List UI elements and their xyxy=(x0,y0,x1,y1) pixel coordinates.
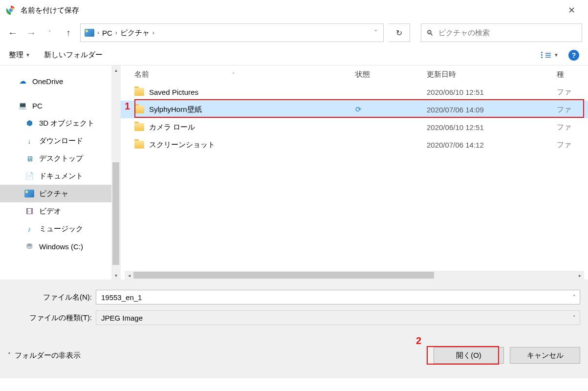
file-row-selected[interactable]: SylphyHorn壁紙 ⟳ 2020/07/06 14:09 ファ xyxy=(121,101,588,118)
desktop-icon: 🖥 xyxy=(24,154,34,163)
file-type: ファ xyxy=(557,87,588,97)
window-title: 名前を付けて保存 xyxy=(21,6,561,15)
filename-label: ファイル名(N): xyxy=(0,293,96,302)
chevron-up-icon: ˄ xyxy=(8,352,11,359)
cancel-button[interactable]: キャンセル xyxy=(510,347,580,364)
bottom-panel: ファイル名(N): 19553_en_1 ˅ ファイルの種類(T): JPEG … xyxy=(0,280,588,378)
new-folder-button[interactable]: 新しいフォルダー xyxy=(44,50,103,60)
sidebar-label: ダウンロード xyxy=(39,136,83,146)
filetype-label: ファイルの種類(T): xyxy=(0,313,96,323)
sidebar-item-music[interactable]: ♪ ミュージック xyxy=(0,220,120,238)
file-name: カメラ ロール xyxy=(149,123,195,132)
chevron-down-icon[interactable]: ˅ xyxy=(573,294,576,301)
col-name-label[interactable]: 名前 xyxy=(134,70,149,79)
sidebar-label: デスクトップ xyxy=(39,154,83,163)
file-row[interactable]: スクリーンショット 2020/07/06 14:12 ファ xyxy=(121,136,588,153)
pc-icon: 💻 xyxy=(18,101,27,110)
main-area: ▴ ☁ OneDrive 💻 PC ⬢ 3D オブジェクト ↓ ダウンロード 🖥… xyxy=(0,65,588,280)
scroll-down-button[interactable]: ▾ xyxy=(111,271,120,280)
col-type-label[interactable]: 種 xyxy=(557,70,564,78)
sidebar-item-downloads[interactable]: ↓ ダウンロード xyxy=(0,132,120,150)
hide-folders-label: フォルダーの非表示 xyxy=(15,351,81,360)
open-button[interactable]: 開く(O) xyxy=(434,347,504,364)
sidebar-item-videos[interactable]: 🎞 ビデオ xyxy=(0,202,120,220)
refresh-button[interactable]: ↻ xyxy=(389,23,410,42)
folder-icon xyxy=(134,88,144,96)
sidebar-label: ドキュメント xyxy=(39,172,83,181)
col-date-label[interactable]: 更新日時 xyxy=(427,70,456,78)
sidebar-scrollbar[interactable] xyxy=(111,74,120,271)
column-headers[interactable]: 名前˄ 状態 更新日時 種 xyxy=(121,65,588,83)
sidebar-label: PC xyxy=(32,102,43,110)
up-button[interactable]: ↑ xyxy=(62,28,75,38)
filetype-value: JPEG Image xyxy=(101,314,143,322)
sync-icon: ⟳ xyxy=(355,105,362,114)
breadcrumb-pc[interactable]: PC xyxy=(102,29,112,37)
scroll-left-icon[interactable]: ◂ xyxy=(125,273,133,278)
scroll-up-button[interactable]: ▴ xyxy=(111,65,120,74)
organize-label: 整理 xyxy=(9,50,23,60)
address-dropdown-icon[interactable]: ˅ xyxy=(372,29,379,36)
scroll-right-icon[interactable]: ▸ xyxy=(575,273,584,278)
cancel-label: キャンセル xyxy=(527,351,564,360)
file-type: ファ xyxy=(557,123,588,132)
filename-value: 19553_en_1 xyxy=(101,293,142,302)
svg-point-4 xyxy=(10,9,12,12)
chevron-right-icon[interactable]: › xyxy=(152,29,154,36)
view-options-button[interactable]: ▼ xyxy=(541,52,559,58)
pictures-icon xyxy=(85,29,94,37)
chevron-down-icon[interactable]: ˅ xyxy=(573,315,576,321)
search-placeholder: ピクチャの検索 xyxy=(438,28,490,38)
breadcrumb-pictures[interactable]: ピクチャ xyxy=(120,28,150,38)
sidebar-label: 3D オブジェクト xyxy=(39,119,94,128)
annotation-number-2: 2 xyxy=(416,335,421,347)
sidebar-label: OneDrive xyxy=(32,77,63,86)
pictures-icon xyxy=(24,190,34,197)
filetype-select[interactable]: JPEG Image ˅ xyxy=(96,310,580,325)
back-button[interactable]: ← xyxy=(6,27,20,39)
recent-dropdown-icon[interactable]: ˅ xyxy=(43,30,57,36)
onedrive-icon: ☁ xyxy=(18,77,27,86)
horizontal-scrollbar[interactable]: ◂ ▸ xyxy=(125,271,584,280)
sidebar-label: ピクチャ xyxy=(39,189,68,198)
filename-input[interactable]: 19553_en_1 ˅ xyxy=(96,290,580,304)
chevron-right-icon[interactable]: › xyxy=(97,29,99,36)
sidebar-item-3d-objects[interactable]: ⬢ 3D オブジェクト xyxy=(0,114,120,132)
address-bar[interactable]: › PC › ピクチャ › ˅ xyxy=(80,23,384,42)
sidebar-item-drive-c[interactable]: ⛃ Windows (C:) xyxy=(0,238,120,255)
chevron-down-icon: ▼ xyxy=(25,52,30,58)
file-row[interactable]: カメラ ロール 2020/06/10 12:51 ファ xyxy=(121,118,588,136)
folder-icon xyxy=(134,123,144,131)
sidebar-item-documents[interactable]: 📄 ドキュメント xyxy=(0,167,120,185)
close-icon[interactable]: ✕ xyxy=(561,2,582,19)
search-icon: 🔍︎ xyxy=(426,29,434,37)
organize-menu[interactable]: 整理 ▼ xyxy=(9,50,30,60)
col-status-label[interactable]: 状態 xyxy=(355,70,370,78)
folder-icon xyxy=(134,141,144,149)
file-status: ⟳ xyxy=(355,105,427,114)
sidebar-label: ビデオ xyxy=(39,207,61,216)
nav-bar: ← → ˅ ↑ › PC › ピクチャ › ˅ ↻ 🔍︎ ピクチャの検索 xyxy=(0,21,588,45)
video-icon: 🎞 xyxy=(24,207,34,216)
music-icon: ♪ xyxy=(24,224,34,233)
chevron-right-icon[interactable]: › xyxy=(115,29,117,36)
hide-folders-button[interactable]: ˄ フォルダーの非表示 xyxy=(8,351,81,360)
sidebar-item-pictures[interactable]: ピクチャ xyxy=(0,185,120,202)
sort-indicator-icon: ˄ xyxy=(232,72,235,77)
file-name: SylphyHorn壁紙 xyxy=(149,105,202,114)
file-row[interactable]: Saved Pictures 2020/06/10 12:51 ファ xyxy=(121,83,588,101)
chevron-down-icon: ▼ xyxy=(554,52,559,58)
sidebar-item-pc[interactable]: 💻 PC xyxy=(0,97,120,114)
annotation-number-1: 1 xyxy=(125,101,130,112)
toolbar: 整理 ▼ 新しいフォルダー ▼ ? xyxy=(0,45,588,65)
cube-icon: ⬢ xyxy=(24,119,34,128)
drive-icon: ⛃ xyxy=(24,242,34,251)
new-folder-label: 新しいフォルダー xyxy=(44,50,103,60)
sidebar-item-onedrive[interactable]: ☁ OneDrive xyxy=(0,72,120,90)
help-icon[interactable]: ? xyxy=(568,50,579,61)
forward-button[interactable]: → xyxy=(24,27,38,39)
search-input[interactable]: 🔍︎ ピクチャの検索 xyxy=(421,23,582,42)
folder-icon xyxy=(134,106,144,113)
sidebar-item-desktop[interactable]: 🖥 デスクトップ xyxy=(0,150,120,167)
sidebar-label: Windows (C:) xyxy=(39,242,83,251)
